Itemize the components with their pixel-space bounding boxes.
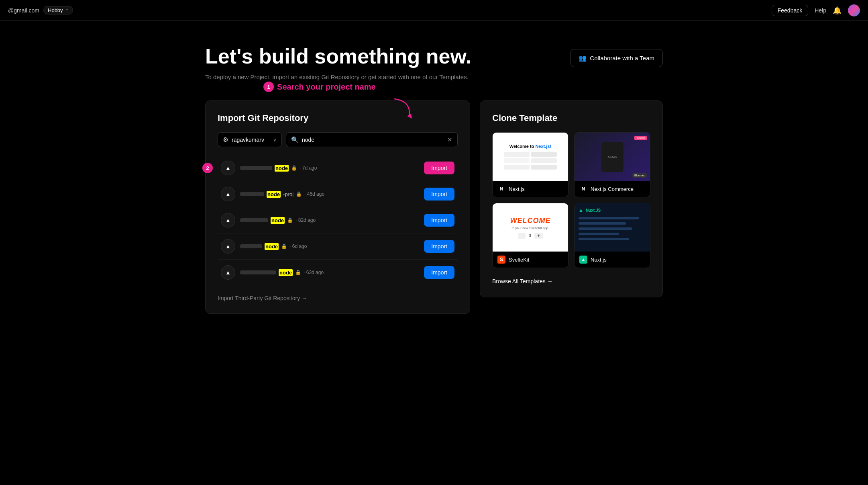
repo-name-blurred (240, 270, 276, 274)
template-card-nuxt[interactable]: ▲ Nuxt.JS ▲ Nuxt.js (574, 203, 650, 268)
template-info-nuxt: ▲ Nuxt.js (575, 252, 650, 268)
repo-icon: ▲ (221, 161, 235, 175)
step1-badge: 1 (263, 82, 274, 92)
list-item: ▲ node 🔒 · 63d ago Import (218, 260, 458, 285)
org-selector[interactable]: ⚙ ragavkumarv ∨ (218, 132, 282, 147)
svelte-logo: S (497, 256, 505, 264)
repo-time: · 82d ago (295, 217, 316, 223)
collaborate-button[interactable]: 👥 Collaborate with a Team (570, 49, 663, 67)
template-grid: Welcome to Next.js! N Nex (492, 132, 650, 268)
page-title: Let's build something new. (205, 45, 471, 68)
feedback-button[interactable]: Feedback (772, 5, 808, 16)
import-button[interactable]: Import (424, 162, 454, 174)
avatar[interactable] (848, 4, 860, 16)
nav-plan-label: Hobby (48, 7, 63, 13)
repo-time: · 63d ago (304, 270, 324, 275)
repo-info: node 🔒 · 63d ago (240, 269, 419, 276)
repo-highlight: node (265, 243, 279, 250)
hero-subtitle: To deploy a new Project, import an exist… (205, 74, 471, 80)
repo-info: node -proj 🔒 · 45d ago (240, 191, 419, 198)
notification-bell-icon[interactable]: 🔔 (833, 6, 842, 15)
list-item: ▲ node 🔒 · 82d ago Import (218, 207, 458, 233)
repo-info: node 🔒 · 82d ago (240, 217, 419, 224)
template-name-nextjs: Next.js (509, 186, 525, 192)
nav-right: Feedback Help 🔔 (772, 4, 860, 16)
repo-name-blurred (240, 218, 268, 222)
repo-icon: ▲ (221, 187, 235, 201)
repo-time: · 45d ago (304, 191, 324, 197)
template-card-commerce[interactable]: ACMS T-Shirt Bloomer N Next.js Commerce (574, 132, 650, 197)
repo-lock-icon: 🔒 (295, 270, 301, 275)
repo-highlight: node (267, 191, 281, 198)
template-card-svelte[interactable]: WELCOME to your new SvelteKit app. - 0 +… (492, 203, 568, 268)
collaborate-label: Collaborate with a Team (590, 55, 654, 61)
nav-email: @gmail.com (8, 7, 39, 14)
import-button[interactable]: Import (424, 240, 454, 253)
list-item: ▲ node -proj 🔒 · 45d ago Import (218, 181, 458, 207)
list-item: ▲ node 🔒 · 6d ago Import (218, 233, 458, 260)
repo-info: node 🔒 · 7d ago (240, 165, 419, 172)
repo-name-blurred (240, 166, 272, 170)
hero-text: Let's build something new. To deploy a n… (205, 45, 471, 80)
step2-badge: 2 (202, 163, 213, 173)
import-panel: 1 Search your project name Import Git Re… (205, 100, 470, 314)
repo-lock-icon: 🔒 (291, 165, 297, 171)
import-panel-title: Import Git Repository (218, 113, 458, 123)
nav-plan-badge[interactable]: Hobby ⌃ (43, 6, 73, 14)
template-thumbnail-svelte: WELCOME to your new SvelteKit app. - 0 + (493, 203, 568, 252)
search-icon: 🔍 (291, 136, 299, 143)
nextjs-logo: N (497, 185, 505, 193)
hero-section: Let's build something new. To deploy a n… (205, 45, 663, 80)
repo-time: · 6d ago (289, 244, 307, 249)
import-button[interactable]: Import (424, 214, 454, 227)
repo-lock-icon: 🔒 (281, 244, 287, 249)
template-info-svelte: S SvelteKit (493, 252, 568, 268)
nuxt-logo: ▲ (579, 256, 587, 264)
import-button[interactable]: Import (424, 188, 454, 201)
github-icon: ⚙ (223, 136, 228, 143)
repo-highlight: node (271, 217, 285, 224)
list-item: ▲ node 🔒 · 7d ago 2 Import (218, 155, 458, 181)
repo-icon: ▲ (221, 213, 235, 227)
main-content: Let's build something new. To deploy a n… (193, 21, 675, 330)
template-thumbnail-nextjs: Welcome to Next.js! (493, 133, 568, 181)
template-info-commerce: N Next.js Commerce (575, 181, 650, 197)
repo-highlight: node (279, 269, 293, 276)
repo-list: ▲ node 🔒 · 7d ago 2 Import ▲ node (218, 155, 458, 285)
repo-icon: ▲ (221, 265, 235, 280)
org-name: ragavkumarv (232, 137, 264, 143)
template-name-svelte: SvelteKit (509, 257, 529, 263)
template-name-commerce: Next.js Commerce (591, 186, 634, 192)
template-name-nuxt: Nuxt.js (591, 257, 607, 263)
import-button[interactable]: Import (424, 266, 454, 279)
annotation-arrow (390, 97, 414, 121)
navbar: @gmail.com Hobby ⌃ Feedback Help 🔔 (0, 0, 868, 21)
repo-name-blurred (240, 192, 264, 196)
chevron-down-icon: ∨ (273, 137, 277, 143)
controls-row: ⚙ ragavkumarv ∨ 🔍 ✕ (218, 132, 458, 147)
repo-lock-icon: 🔒 (287, 217, 293, 223)
clear-icon[interactable]: ✕ (447, 136, 452, 143)
search-annotation-bubble: 1 Search your project name (263, 82, 376, 92)
browse-all-link[interactable]: Browse All Templates → (492, 278, 553, 284)
columns-layout: 1 Search your project name Import Git Re… (205, 100, 663, 314)
repo-lock-icon: 🔒 (296, 191, 302, 197)
repo-highlight: node (275, 165, 289, 172)
search-input[interactable] (302, 137, 444, 143)
search-annotation-text: Search your project name (277, 82, 376, 92)
commerce-logo: N (579, 185, 587, 193)
search-box[interactable]: 🔍 ✕ (286, 132, 458, 147)
help-button[interactable]: Help (815, 7, 826, 14)
clone-panel-title: Clone Template (492, 113, 650, 123)
template-card-nextjs[interactable]: Welcome to Next.js! N Nex (492, 132, 568, 197)
clone-panel: Clone Template Welcome to Next.js! (480, 100, 663, 297)
chevron-down-icon: ⌃ (65, 8, 69, 12)
template-thumbnail-commerce: ACMS T-Shirt Bloomer (575, 133, 650, 181)
repo-suffix: -proj (283, 191, 293, 197)
import-third-party-link[interactable]: Import Third-Party Git Repository → (218, 295, 458, 301)
repo-icon: ▲ (221, 239, 235, 254)
repo-name-blurred (240, 244, 262, 248)
template-thumbnail-nuxt: ▲ Nuxt.JS (575, 203, 650, 252)
nav-left: @gmail.com Hobby ⌃ (8, 6, 73, 14)
collaborate-icon: 👥 (579, 54, 587, 62)
